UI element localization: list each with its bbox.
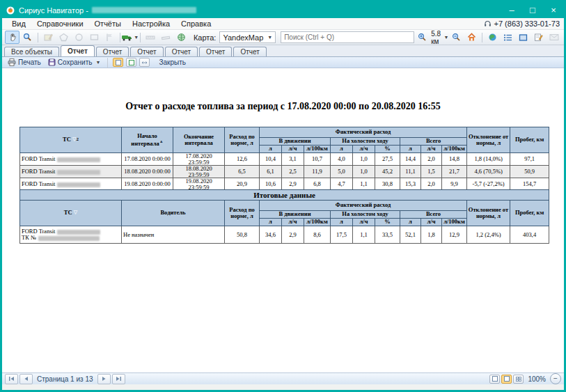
globe-button[interactable] — [485, 31, 500, 44]
last-page-button[interactable] — [112, 374, 125, 384]
tab-report-5[interactable]: Отчет — [199, 47, 232, 56]
statusbar-zoom-group: 100% − — [489, 373, 561, 384]
measure-button[interactable] — [159, 31, 173, 44]
prev-page-button[interactable] — [19, 374, 33, 384]
chevron-down-icon[interactable]: ▼ — [444, 35, 449, 40]
selection-area-button[interactable] — [516, 31, 530, 44]
circle-tool-button[interactable] — [72, 31, 86, 44]
window-bottom-edge — [2, 384, 564, 390]
col-header-actual: Фактический расход — [260, 201, 467, 211]
tab-report-3[interactable]: Отчет — [130, 47, 163, 56]
print-button[interactable]: Печать — [6, 58, 43, 66]
list-view-button[interactable] — [501, 31, 515, 44]
tab-report-2[interactable]: Отчет — [96, 47, 129, 56]
vehicle-dropdown-button[interactable]: ▼ — [123, 31, 137, 44]
toolbar-separator — [107, 58, 108, 68]
flag-icon — [105, 33, 114, 42]
unit-header: л/100км — [304, 219, 331, 226]
zoom-multi-button[interactable] — [513, 375, 524, 384]
route-icon — [146, 33, 155, 42]
view-mode-fit-button[interactable] — [139, 58, 150, 67]
redacted-plate — [57, 170, 100, 175]
page-icon — [116, 60, 121, 65]
toolbar-separator — [482, 33, 482, 42]
col-header-total: Всего — [400, 138, 467, 146]
toolbar-separator — [38, 33, 38, 42]
edit-map-button[interactable] — [41, 31, 56, 44]
zoom-in-button[interactable] — [415, 31, 430, 44]
totals-table-title: Итоговые данные — [20, 190, 549, 201]
save-button[interactable]: Сохранить ▼ — [46, 58, 103, 66]
zoom-select-button[interactable] — [20, 31, 35, 44]
first-page-button[interactable] — [5, 374, 18, 384]
flag-tool-button[interactable] — [102, 31, 117, 44]
window-title: Сириус Навигатор - — [19, 6, 88, 15]
next-page-icon — [102, 376, 107, 382]
tab-report-active[interactable]: Отчет — [61, 45, 95, 56]
single-page-icon — [492, 376, 498, 382]
toolbar-separator — [120, 33, 120, 42]
window-controls: – □ × — [501, 2, 564, 18]
sort-asc-icon: ▲ — [159, 139, 164, 143]
unit-header: л/ч — [353, 219, 375, 226]
map-provider-select[interactable]: YandexMap ▼ — [219, 31, 276, 43]
tab-report-4[interactable]: Отчет — [165, 47, 198, 56]
unit-header: л/100км — [442, 219, 467, 226]
pan-tool-button[interactable] — [5, 31, 19, 44]
tab-all-objects[interactable]: Все объекты — [4, 47, 59, 56]
menu-spravochniki[interactable]: Справочники — [31, 19, 89, 28]
map-scale-value: 5.8 км — [431, 30, 441, 45]
floppy-icon — [48, 58, 56, 66]
last-page-icon — [116, 376, 122, 382]
tab-report-6[interactable]: Отчет — [233, 47, 266, 56]
unit-header: л — [400, 219, 421, 226]
close-report-button[interactable]: Закрыть — [157, 58, 188, 66]
edit-note-button[interactable] — [531, 31, 546, 44]
maximize-button[interactable]: □ — [522, 2, 543, 18]
col-header-actual: Фактический расход — [260, 127, 467, 138]
rectangle-tool-button[interactable] — [87, 31, 102, 44]
unit-header: л/ч — [421, 219, 442, 226]
measure-icon — [161, 33, 171, 42]
search-input[interactable] — [281, 31, 414, 43]
geozone-button[interactable] — [174, 31, 189, 44]
home-button[interactable] — [464, 31, 479, 44]
chevron-down-icon: ▼ — [95, 60, 100, 65]
unit-header: л/100км — [442, 146, 467, 153]
menu-spravka[interactable]: Справка — [175, 19, 217, 28]
zoom-out-button[interactable] — [449, 31, 464, 44]
edit-note-icon — [534, 33, 543, 42]
headset-icon — [484, 20, 492, 28]
table-row: FORD Transit 18.08.2020 0:00:0018.08.202… — [20, 166, 549, 178]
redacted-card-number — [38, 236, 100, 241]
menu-nastroika[interactable]: Настройка — [127, 19, 175, 28]
page-width-icon — [504, 376, 510, 382]
report-page: Отчет о расходе топлива за период с 17.0… — [2, 68, 564, 373]
table-row: FORD Transit 19.08.2020 0:00:0019.08.202… — [20, 178, 549, 191]
col-header-tc: ТС ▽ — [20, 201, 122, 226]
unit-header: л/ч — [421, 146, 442, 153]
menu-otchety[interactable]: Отчёты — [89, 19, 127, 28]
menu-vid[interactable]: Вид — [6, 19, 31, 28]
minimize-button[interactable]: – — [501, 2, 522, 18]
circle-icon — [74, 33, 84, 42]
message-button[interactable] — [547, 31, 561, 44]
route-button[interactable] — [143, 31, 158, 44]
truck-icon — [121, 33, 132, 42]
zoom-width-button[interactable] — [501, 375, 512, 384]
sort-desc-icon: ▽ — [74, 210, 77, 216]
list-icon — [503, 33, 512, 42]
next-page-button[interactable] — [97, 374, 111, 384]
close-button[interactable]: × — [543, 2, 564, 18]
home-icon — [467, 33, 476, 42]
support-phone: +7 (863) 333-01-73 — [484, 19, 560, 28]
polygon-tool-button[interactable] — [56, 31, 71, 44]
col-header-deviation: Отклонение от нормы, л — [467, 201, 510, 226]
unit-header: % — [375, 219, 400, 226]
zoom-page-button[interactable] — [489, 375, 500, 384]
col-header-mileage: Пробег, км — [510, 127, 549, 153]
col-header-start: Начало интервала▲ — [122, 127, 173, 153]
zoom-out-slider-button[interactable]: − — [550, 373, 561, 384]
view-mode-width-button[interactable] — [126, 58, 136, 67]
view-mode-single-button[interactable] — [113, 58, 123, 67]
